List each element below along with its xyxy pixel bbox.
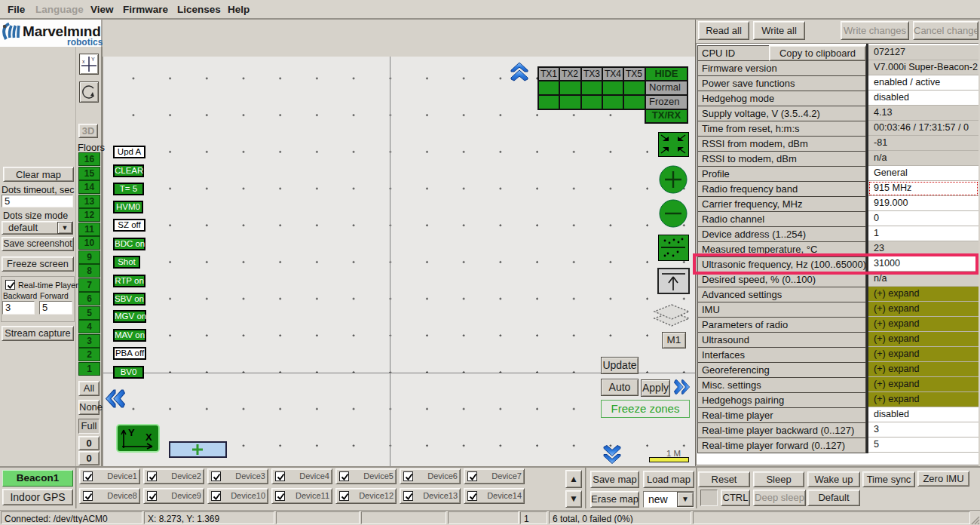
svg-text:x: x: [82, 59, 85, 64]
svg-text:Y: Y: [91, 57, 95, 62]
svg-text:Y: Y: [128, 427, 135, 438]
svg-text:X: X: [145, 431, 152, 443]
